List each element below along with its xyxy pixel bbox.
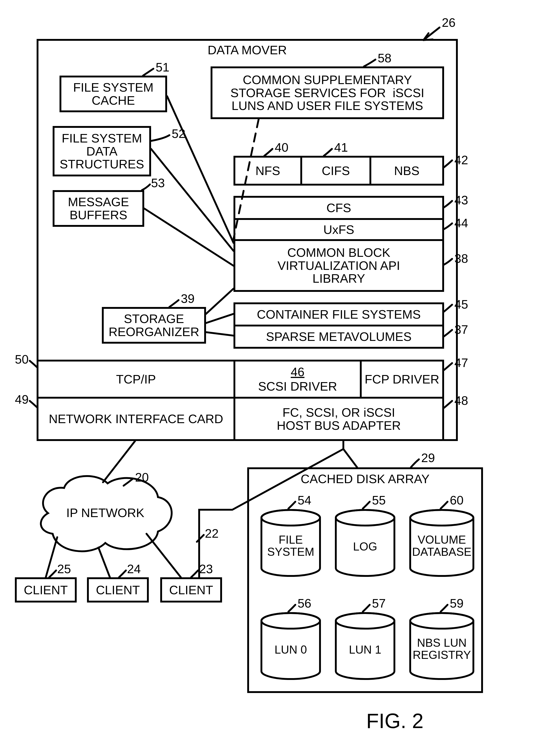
fcp-driver-box: FCP DRIVER <box>360 360 444 399</box>
sparse-metavolumes: SPARSE METAVOLUMES <box>234 325 444 349</box>
svg-line-20 <box>46 537 57 577</box>
ref-57: 57 <box>372 597 386 610</box>
client-25: CLIENT <box>15 577 77 603</box>
ref-23: 23 <box>199 562 213 575</box>
host-bus-adapter: FC, SCSI, OR iSCSIHOST BUS ADAPTER <box>234 397 444 441</box>
cfs-box: CFS <box>234 196 444 220</box>
cyl-volume-database: VOLUMEDATABASE <box>409 509 475 577</box>
cyl-lun0: LUN 0 <box>260 612 321 680</box>
cyl-lun1: LUN 1 <box>334 612 396 680</box>
ref-55: 55 <box>372 494 386 507</box>
data-mover-title: DATA MOVER <box>37 44 458 57</box>
ref-20: 20 <box>135 471 149 484</box>
common-block-virt-api-library: COMMON BLOCKVIRTUALIZATION APILIBRARY <box>234 239 444 292</box>
nfs-box: NFS <box>234 156 302 186</box>
scsi-driver-box: 46 SCSI DRIVER <box>234 360 362 399</box>
cyl-file-system: FILESYSTEM <box>260 509 321 577</box>
file-system-cache: FILE SYSTEMCACHE <box>60 76 167 112</box>
ref-22: 22 <box>205 527 219 540</box>
container-file-systems: CONTAINER FILE SYSTEMS <box>234 302 444 326</box>
client-24: CLIENT <box>87 577 149 603</box>
nbs-box: NBS <box>369 156 444 186</box>
cyl-nbs-lun-registry: NBS LUNREGISTRY <box>409 612 475 680</box>
ref-47: 47 <box>454 356 468 369</box>
figure-label: FIG. 2 <box>366 710 423 732</box>
ref-58: 58 <box>378 52 391 65</box>
ref-46: 46 <box>291 365 304 378</box>
ip-network-label: IP NETWORK <box>55 506 156 519</box>
ref-41: 41 <box>334 141 348 154</box>
ref-25: 25 <box>57 562 71 575</box>
ref-50: 50 <box>15 353 29 366</box>
ref-48: 48 <box>454 394 468 407</box>
message-buffers: MESSAGEBUFFERS <box>53 190 144 227</box>
ref-29: 29 <box>421 451 435 464</box>
cyl-log: LOG <box>334 509 396 577</box>
cached-disk-array-title: CACHED DISK ARRAY <box>247 472 483 485</box>
ref-37: 37 <box>454 323 468 336</box>
ref-49: 49 <box>15 393 29 406</box>
uxfs-box: UxFS <box>234 218 444 241</box>
svg-line-23 <box>343 449 357 467</box>
common-supplementary-services: COMMON SUPPLEMENTARYSTORAGE SERVICES FOR… <box>211 66 444 119</box>
ref-38: 38 <box>454 252 468 265</box>
ref-44: 44 <box>454 216 468 230</box>
ref-24: 24 <box>127 562 141 575</box>
ref-43: 43 <box>454 194 468 207</box>
svg-line-19 <box>103 441 135 482</box>
network-interface-card: NETWORK INTERFACE CARD <box>37 397 235 441</box>
ref-53: 53 <box>151 176 165 189</box>
storage-reorganizer: STORAGEREORGANIZER <box>102 307 206 344</box>
cifs-box: CIFS <box>300 156 371 186</box>
ref-42: 42 <box>454 153 468 167</box>
ref-39: 39 <box>181 292 195 305</box>
ref-40: 40 <box>275 141 288 154</box>
ref-45: 45 <box>454 298 468 311</box>
ref-52: 52 <box>172 127 186 140</box>
tcpip-box: TCP/IP <box>37 360 235 399</box>
ref-54: 54 <box>297 494 311 507</box>
client-23: CLIENT <box>160 577 222 603</box>
file-system-data-structures: FILE SYSTEMDATASTRUCTURES <box>53 126 151 176</box>
ref-60: 60 <box>450 494 463 507</box>
svg-line-21 <box>98 548 110 577</box>
svg-line-22 <box>147 534 181 577</box>
ref-26: 26 <box>442 16 455 29</box>
ref-56: 56 <box>297 597 311 610</box>
ref-51: 51 <box>156 61 169 74</box>
ref-59: 59 <box>450 597 463 610</box>
